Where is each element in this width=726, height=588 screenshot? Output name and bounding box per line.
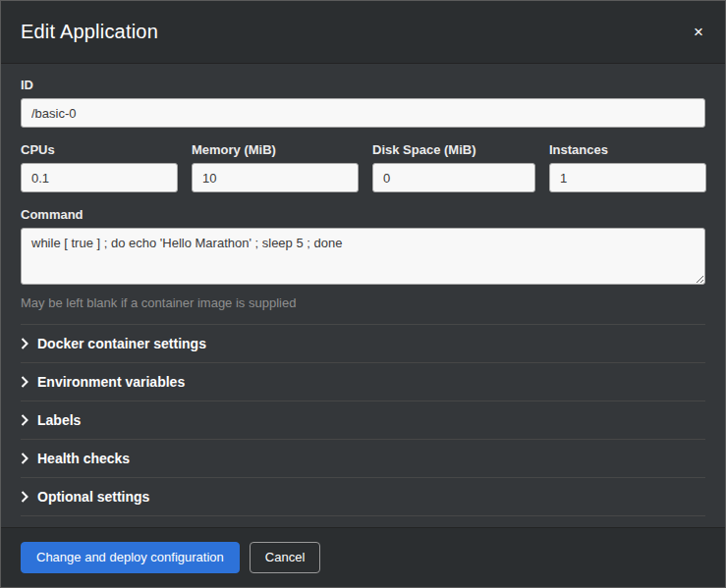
memory-label: Memory (MiB) — [192, 142, 359, 157]
resources-row: CPUs Memory (MiB) Disk Space (MiB) Insta… — [21, 142, 705, 192]
disk-field-group: Disk Space (MiB) — [372, 142, 535, 192]
instances-input[interactable] — [549, 163, 706, 192]
command-label: Command — [21, 207, 705, 222]
memory-field-group: Memory (MiB) — [192, 142, 359, 192]
section-label: Optional settings — [37, 489, 149, 505]
command-field-group: Command while [ true ] ; do echo 'Hello … — [21, 207, 705, 310]
close-icon[interactable]: × — [692, 20, 705, 44]
section-health-checks[interactable]: Health checks — [21, 440, 705, 478]
chevron-right-icon — [21, 376, 28, 388]
chevron-right-icon — [21, 414, 28, 426]
disk-input[interactable] — [372, 163, 535, 192]
modal-footer: Change and deploy configuration Cancel — [1, 527, 725, 587]
instances-label: Instances — [549, 142, 706, 157]
section-label: Health checks — [37, 451, 130, 466]
section-optional-settings[interactable]: Optional settings — [21, 478, 705, 516]
command-help-text: May be left blank if a container image i… — [21, 295, 705, 310]
section-label: Docker container settings — [37, 336, 206, 351]
section-label: Labels — [37, 412, 81, 428]
id-field-group: ID — [21, 78, 705, 128]
cpus-input[interactable] — [21, 163, 178, 192]
modal-header: Edit Application × — [1, 1, 725, 64]
cpus-label: CPUs — [21, 142, 178, 157]
instances-field-group: Instances — [549, 142, 706, 192]
section-environment-variables[interactable]: Environment variables — [21, 363, 705, 401]
cancel-button[interactable]: Cancel — [250, 542, 320, 573]
modal-body: ID CPUs Memory (MiB) Disk Space (MiB) In… — [1, 64, 725, 527]
chevron-right-icon — [21, 491, 28, 503]
modal-title: Edit Application — [21, 21, 158, 43]
memory-input[interactable] — [192, 163, 359, 192]
cpus-field-group: CPUs — [21, 142, 178, 192]
id-label: ID — [21, 78, 705, 92]
edit-application-modal: Edit Application × ID CPUs Memory (MiB) … — [0, 0, 726, 588]
chevron-right-icon — [21, 453, 28, 464]
disk-label: Disk Space (MiB) — [372, 142, 535, 157]
section-labels[interactable]: Labels — [21, 401, 705, 440]
id-input[interactable] — [21, 98, 705, 128]
chevron-right-icon — [21, 338, 28, 349]
section-label: Environment variables — [37, 374, 185, 390]
deploy-button[interactable]: Change and deploy configuration — [21, 542, 240, 573]
section-docker-container-settings[interactable]: Docker container settings — [21, 325, 705, 363]
command-input[interactable]: while [ true ] ; do echo 'Hello Marathon… — [21, 228, 705, 285]
collapsible-sections: Docker container settings Environment va… — [21, 324, 705, 516]
